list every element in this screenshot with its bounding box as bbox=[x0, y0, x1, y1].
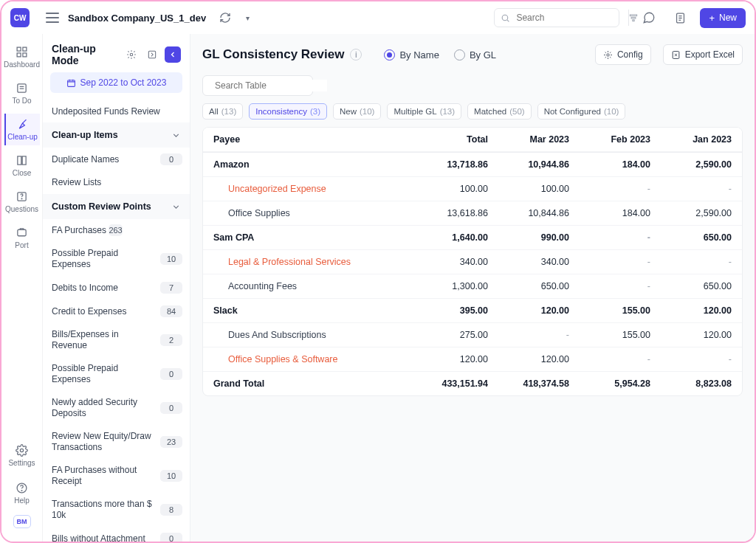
section-custom-review[interactable]: Custom Review Points bbox=[43, 194, 190, 219]
col-payee[interactable]: Payee bbox=[203, 128, 417, 152]
table-row[interactable]: Sam CPA1,640.00990.00-650.00 bbox=[203, 226, 742, 250]
filter-chip[interactable]: Not Configured(10) bbox=[537, 103, 626, 120]
sidebar-item[interactable]: Credit to Expenses84 bbox=[43, 300, 190, 323]
filter-chip[interactable]: Multiple GL(13) bbox=[387, 103, 461, 120]
gl-table: Payee Total Mar 2023 Feb 2023 Jan 2023 A… bbox=[202, 127, 743, 396]
sidebar-item[interactable]: Review New Equity/Draw Transactions23 bbox=[43, 425, 190, 459]
svg-rect-18 bbox=[67, 80, 75, 86]
bm-badge[interactable]: BM bbox=[13, 515, 31, 528]
table-row[interactable]: Dues And Subscriptions275.00-155.00120.0… bbox=[203, 323, 742, 347]
table-header: Payee Total Mar 2023 Feb 2023 Jan 2023 bbox=[203, 128, 742, 153]
nav-dashboard[interactable]: Dashboard bbox=[4, 41, 40, 73]
radio-by-name[interactable]: By Name bbox=[384, 49, 439, 60]
list-icon bbox=[16, 82, 28, 94]
sidebar-expand[interactable] bbox=[144, 46, 160, 63]
company-name: Sandbox Company_US_1_dev bbox=[68, 13, 206, 24]
count-badge: 8 bbox=[160, 504, 182, 516]
chevron-down-icon[interactable]: ▾ bbox=[246, 14, 250, 22]
table-row[interactable]: Slack395.00120.00155.00120.00 bbox=[203, 299, 742, 323]
notes-button[interactable] bbox=[669, 7, 691, 29]
sidebar-gear[interactable] bbox=[123, 46, 140, 63]
table-search-input[interactable] bbox=[213, 80, 327, 91]
sidebar-item[interactable]: Debits to Income7 bbox=[43, 276, 190, 300]
export-excel-button[interactable]: Export Excel bbox=[663, 44, 743, 65]
svg-point-11 bbox=[21, 198, 22, 199]
col-feb[interactable]: Feb 2023 bbox=[580, 128, 661, 152]
sidebar-item[interactable]: Review Lists bbox=[43, 171, 190, 194]
table-row[interactable]: Accounting Fees1,300.00650.00-650.00 bbox=[203, 274, 742, 299]
svg-rect-12 bbox=[18, 229, 26, 236]
search-input[interactable] bbox=[515, 12, 628, 24]
svg-point-0 bbox=[503, 15, 509, 21]
svg-rect-3 bbox=[633, 20, 634, 21]
nav-todo[interactable]: To Do bbox=[4, 77, 40, 109]
table-row[interactable]: Office Supplies13,618.8610,844.86184.002… bbox=[203, 201, 742, 226]
count-badge: 84 bbox=[160, 305, 182, 317]
svg-rect-7 bbox=[17, 53, 21, 57]
svg-point-15 bbox=[21, 491, 22, 491]
menu-icon[interactable] bbox=[46, 13, 59, 23]
radio-by-gl[interactable]: By GL bbox=[454, 49, 496, 60]
sidebar-item[interactable]: Newly added Security Deposits0 bbox=[43, 391, 190, 425]
page-title: GL Consistency Review i bbox=[202, 47, 362, 62]
col-jan[interactable]: Jan 2023 bbox=[661, 128, 742, 152]
date-range-selector[interactable]: Sep 2022 to Oct 2023 bbox=[50, 72, 182, 93]
table-row[interactable]: Amazon13,718.8610,944.86184.002,590.00 bbox=[203, 153, 742, 177]
filter-chip[interactable]: Matched(50) bbox=[467, 103, 532, 120]
col-total[interactable]: Total bbox=[417, 128, 498, 152]
filter-chip[interactable]: Inconsistency(3) bbox=[249, 103, 327, 120]
sidebar-item[interactable]: FA Purchases without Receipt10 bbox=[43, 459, 190, 493]
filter-chip[interactable]: All(13) bbox=[202, 103, 243, 120]
sidebar-item[interactable]: Possible Prepaid Expenses10 bbox=[43, 242, 190, 276]
svg-rect-1 bbox=[630, 15, 637, 16]
svg-rect-8 bbox=[23, 53, 27, 57]
count-badge: 0 bbox=[160, 368, 182, 380]
info-icon[interactable]: i bbox=[350, 49, 362, 60]
gear-icon bbox=[126, 49, 137, 60]
sidebar-item[interactable]: Transactions more than $ 10k8 bbox=[43, 493, 190, 527]
sync-button[interactable] bbox=[215, 7, 236, 28]
nav-port[interactable]: Port bbox=[4, 222, 40, 254]
new-button[interactable]: + New bbox=[700, 8, 746, 28]
col-mar[interactable]: Mar 2023 bbox=[498, 128, 580, 152]
grid-icon bbox=[16, 46, 28, 58]
book-icon bbox=[16, 154, 28, 167]
sidebar-item-undeposited[interactable]: Undeposited Funds Review bbox=[43, 100, 190, 122]
sidebar-item[interactable]: Bills without Attachment0 bbox=[43, 527, 190, 542]
table-search[interactable] bbox=[202, 75, 313, 96]
question-icon bbox=[16, 190, 28, 203]
count-badge: 7 bbox=[160, 282, 182, 294]
svg-rect-6 bbox=[23, 47, 27, 51]
sidebar-item[interactable]: Possible Prepaid Expenses0 bbox=[43, 357, 190, 391]
filter-icon[interactable] bbox=[628, 13, 639, 23]
nav-cleanup[interactable]: Clean-up bbox=[4, 114, 40, 145]
chat-button[interactable] bbox=[638, 7, 660, 29]
svg-rect-17 bbox=[148, 51, 155, 58]
global-search[interactable] bbox=[494, 8, 619, 27]
config-button[interactable]: Config bbox=[595, 44, 651, 65]
sidebar-item[interactable]: FA Purchases 263 bbox=[43, 219, 190, 242]
sidebar-item[interactable]: Duplicate Names0 bbox=[43, 148, 190, 171]
nav-rail: Dashboard To Do Clean-up Close Questions… bbox=[1, 34, 43, 542]
nav-close[interactable]: Close bbox=[4, 150, 40, 181]
notes-icon bbox=[674, 12, 687, 24]
nav-settings[interactable]: Settings bbox=[4, 440, 40, 471]
gear-icon bbox=[603, 50, 613, 60]
avatar[interactable]: CW bbox=[10, 8, 30, 27]
expand-icon bbox=[147, 49, 157, 60]
count-badge: 0 bbox=[160, 533, 182, 542]
table-row[interactable]: Office Supplies & Software120.00120.00-- bbox=[203, 347, 742, 372]
nav-questions[interactable]: Questions bbox=[4, 186, 40, 218]
sidebar-item[interactable]: Bills/Expenses in Revenue2 bbox=[43, 323, 190, 357]
help-icon bbox=[16, 482, 28, 494]
new-button-label: New bbox=[719, 13, 737, 23]
table-row[interactable]: Legal & Professional Services340.00340.0… bbox=[203, 250, 742, 274]
sidebar-collapse[interactable] bbox=[165, 46, 181, 63]
nav-help[interactable]: Help bbox=[4, 477, 40, 509]
filter-chip[interactable]: New(10) bbox=[333, 103, 381, 120]
count-badge: 23 bbox=[160, 436, 182, 448]
table-row[interactable]: Uncategorized Expense100.00100.00-- bbox=[203, 177, 742, 201]
count-badge: 10 bbox=[160, 253, 182, 265]
svg-point-13 bbox=[20, 449, 23, 452]
section-cleanup-items[interactable]: Clean-up Items bbox=[43, 122, 190, 148]
